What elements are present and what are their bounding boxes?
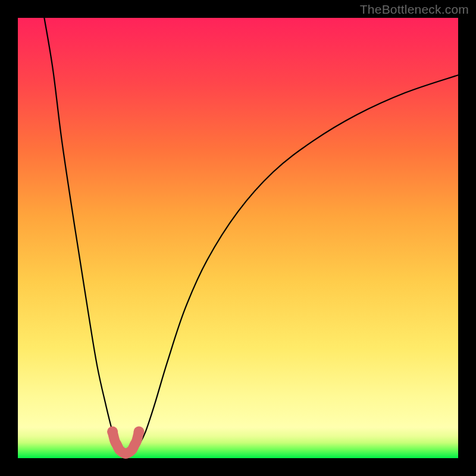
marker-dots (107, 427, 144, 437)
watermark-text: TheBottleneck.com (360, 2, 469, 17)
curve-layer (18, 18, 458, 458)
marker-dot (107, 427, 118, 437)
plot-area (18, 18, 458, 458)
chart-container: TheBottleneck.com (0, 0, 476, 476)
bottleneck-curve (44, 18, 458, 454)
marker-dot (134, 427, 145, 437)
